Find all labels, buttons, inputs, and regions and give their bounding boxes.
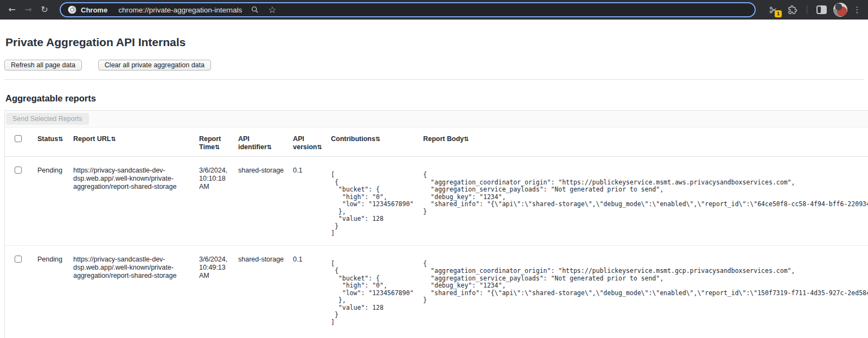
table-row: Pending https://privacy-sandcastle-dev-d… — [5, 245, 868, 338]
profile-avatar[interactable] — [833, 3, 847, 17]
header-api-identifier[interactable]: API identifier⇅ — [234, 127, 289, 157]
menu-kebab-icon[interactable]: ⋮ — [852, 5, 863, 15]
select-all-checkbox[interactable] — [15, 135, 22, 142]
aggregatable-reports-heading: Aggregatable reports — [5, 93, 863, 104]
sort-icon: ⇅ — [317, 144, 322, 151]
chrome-logo-icon — [68, 5, 76, 14]
cell-report-url: https://privacy-sandcastle-dev-dsp.web.a… — [69, 245, 195, 338]
extension-badge: 1 — [775, 10, 782, 17]
page-content: Private Aggregation API Internals Refres… — [0, 36, 868, 338]
clear-all-button[interactable]: Clear all private aggregation data — [98, 60, 211, 71]
reports-table-container: Send Selected Reports Status⇅ Report URL… — [4, 110, 868, 338]
sort-icon: ⇅ — [375, 136, 380, 143]
cell-api-identifier: shared-storage — [234, 245, 289, 338]
section-divider — [4, 79, 864, 80]
side-panel-icon[interactable] — [814, 2, 829, 17]
search-icon[interactable] — [251, 5, 259, 14]
cell-status: Pending — [33, 157, 69, 246]
contributions-json: [ { "bucket": { "high": "0", "low": "123… — [331, 260, 414, 327]
refresh-all-button[interactable]: Refresh all page data — [4, 60, 82, 71]
cell-report-url: https://privacy-sandcastle-dev-dsp.web.a… — [69, 157, 195, 246]
sort-icon: ⇅ — [111, 136, 116, 143]
table-toolbar: Send Selected Reports — [5, 111, 868, 127]
table-header-row: Status⇅ Report URL⇅ Report Time⇅ API ide… — [5, 127, 868, 157]
browser-toolbar: ← → ↻ Chrome chrome://private-aggregatio… — [0, 0, 868, 20]
cell-api-version: 0.1 — [289, 157, 327, 246]
back-button[interactable]: ← — [4, 2, 20, 17]
url-text[interactable]: chrome://private-aggregation-internals — [118, 6, 242, 14]
reload-button[interactable]: ↻ — [37, 2, 52, 17]
report-body-json: { "aggregation_coordinator_origin": "htt… — [423, 171, 868, 215]
forward-button[interactable]: → — [21, 2, 36, 17]
contributions-json: [ { "bucket": { "high": "0", "low": "123… — [331, 171, 414, 238]
header-report-url[interactable]: Report URL⇅ — [69, 127, 195, 157]
sort-icon: ⇅ — [464, 136, 469, 143]
url-bar[interactable]: Chrome chrome://private-aggregation-inte… — [60, 2, 756, 17]
header-report-time[interactable]: Report Time⇅ — [195, 127, 234, 157]
send-selected-reports-button[interactable]: Send Selected Reports — [6, 113, 89, 125]
sort-icon: ⇅ — [58, 136, 63, 143]
cell-report-time: 3/6/2024, 10:49:13 AM — [195, 245, 234, 338]
cell-api-identifier: shared-storage — [234, 157, 289, 246]
toolbar-separator — [807, 5, 807, 14]
row-checkbox[interactable] — [15, 167, 22, 174]
cell-report-body: { "aggregation_coordinator_origin": "htt… — [419, 157, 868, 246]
cell-report-time: 3/6/2024, 10:10:18 AM — [195, 157, 234, 246]
scissors-extension-icon[interactable]: 1 — [765, 2, 781, 17]
cell-status: Pending — [33, 245, 69, 338]
page-title: Private Aggregation API Internals — [5, 36, 863, 49]
cell-contributions: [ { "bucket": { "high": "0", "low": "123… — [327, 157, 419, 246]
sort-icon: ⇅ — [215, 144, 220, 151]
bookmark-star-icon[interactable]: ☆ — [268, 5, 276, 15]
header-api-version[interactable]: API version⇅ — [289, 127, 327, 157]
table-row: Pending https://privacy-sandcastle-dev-d… — [5, 157, 868, 246]
cell-report-body: { "aggregation_coordinator_origin": "htt… — [419, 245, 868, 338]
report-body-json: { "aggregation_coordinator_origin": "htt… — [423, 260, 868, 304]
page-actions: Refresh all page data Clear all private … — [4, 60, 864, 71]
header-report-body[interactable]: Report Body⇅ — [419, 127, 868, 157]
toolbar-actions: 1 ⋮ — [765, 2, 863, 17]
header-contributions[interactable]: Contributions⇅ — [327, 127, 419, 157]
header-status[interactable]: Status⇅ — [33, 127, 69, 157]
cell-contributions: [ { "bucket": { "high": "0", "low": "123… — [327, 245, 419, 338]
row-checkbox[interactable] — [15, 256, 22, 263]
sort-icon: ⇅ — [267, 144, 272, 151]
cell-api-version: 0.1 — [289, 245, 327, 338]
extensions-puzzle-icon[interactable] — [785, 2, 800, 17]
chrome-page-chip: Chrome — [81, 6, 107, 14]
reports-table: Status⇅ Report URL⇅ Report Time⇅ API ide… — [5, 127, 868, 338]
